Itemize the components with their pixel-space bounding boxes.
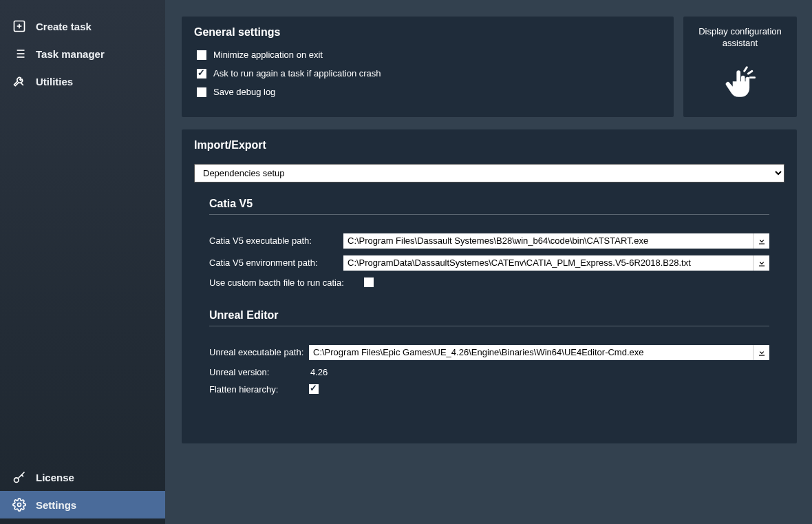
dependencies-select[interactable]: Dependencies setup	[194, 164, 784, 182]
checkbox-label: Ask to run again a task if application c…	[213, 68, 381, 78]
sidebar-item-label: Settings	[36, 499, 76, 511]
general-settings-panel: General settings Minimize application on…	[182, 17, 674, 117]
list-icon	[12, 47, 26, 61]
sidebar-item-label: Create task	[36, 21, 92, 32]
key-icon	[12, 470, 26, 484]
svg-line-11	[744, 67, 747, 71]
sidebar-item-label: Task manager	[36, 48, 105, 60]
catia-exe-input[interactable]	[343, 233, 753, 249]
unreal-version-label: Unreal version:	[209, 367, 309, 377]
catia-batch-checkbox[interactable]	[364, 277, 374, 287]
sidebar-item-license[interactable]: License	[0, 463, 165, 491]
unreal-section: Unreal Editor Unreal executable path: Un…	[182, 309, 797, 398]
catia-batch-label: Use custom bacth file to run catia:	[209, 277, 364, 288]
catia-exe-label: Catia V5 executable path:	[209, 235, 343, 246]
sidebar-item-settings[interactable]: Settings	[0, 491, 165, 518]
checkbox-label: Minimize application on exit	[213, 50, 323, 60]
content-area: General settings Minimize application on…	[165, 0, 812, 524]
catia-env-input[interactable]	[343, 255, 753, 271]
svg-point-10	[18, 503, 21, 507]
browse-button[interactable]	[753, 345, 769, 360]
unreal-version-value: 4.26	[309, 367, 328, 377]
browse-button[interactable]	[753, 233, 769, 249]
sidebar-item-label: License	[36, 472, 74, 483]
unreal-flatten-label: Flatten hierarchy:	[209, 384, 309, 395]
ask-run-again-row[interactable]: Ask to run again a task if application c…	[182, 64, 674, 83]
gear-icon	[12, 498, 26, 512]
tools-icon	[12, 74, 26, 88]
assistant-label: Display configuration assistant	[690, 26, 790, 50]
sidebar-item-create-task[interactable]: Create task	[0, 12, 165, 40]
svg-rect-14	[758, 243, 764, 244]
import-export-panel: Import/Export Dependencies setup Catia V…	[182, 129, 797, 443]
svg-point-9	[14, 478, 19, 483]
unreal-flatten-checkbox[interactable]	[309, 384, 319, 394]
plus-square-icon	[12, 19, 26, 33]
svg-line-12	[748, 71, 752, 74]
unreal-exe-input[interactable]	[309, 345, 753, 360]
click-hand-icon	[720, 63, 761, 107]
svg-rect-15	[758, 265, 764, 266]
section-title: Unreal Editor	[209, 309, 769, 326]
svg-rect-16	[758, 355, 764, 355]
unreal-exe-label: Unreal executable path:	[209, 347, 309, 357]
section-title: Catia V5	[209, 198, 769, 215]
sidebar-item-utilities[interactable]: Utilities	[0, 67, 165, 95]
checkbox-label: Save debug log	[213, 87, 275, 97]
sidebar-item-label: Utilities	[36, 76, 73, 87]
catia-env-label: Catia V5 environment path:	[209, 258, 343, 268]
minimize-on-exit-checkbox[interactable]	[197, 50, 206, 60]
panel-title: Import/Export	[182, 129, 797, 158]
catia-section: Catia V5 Catia V5 executable path: Catia…	[182, 198, 797, 291]
save-debug-log-checkbox[interactable]	[197, 87, 206, 97]
config-assistant-button[interactable]: Display configuration assistant	[683, 17, 797, 117]
save-debug-log-row[interactable]: Save debug log	[182, 83, 674, 101]
sidebar-item-task-manager[interactable]: Task manager	[0, 40, 165, 67]
ask-run-again-checkbox[interactable]	[197, 69, 206, 78]
minimize-on-exit-row[interactable]: Minimize application on exit	[182, 45, 674, 64]
sidebar: Create task Task manager Utilities Licen…	[0, 0, 165, 524]
browse-button[interactable]	[753, 255, 769, 271]
panel-title: General settings	[182, 17, 674, 45]
